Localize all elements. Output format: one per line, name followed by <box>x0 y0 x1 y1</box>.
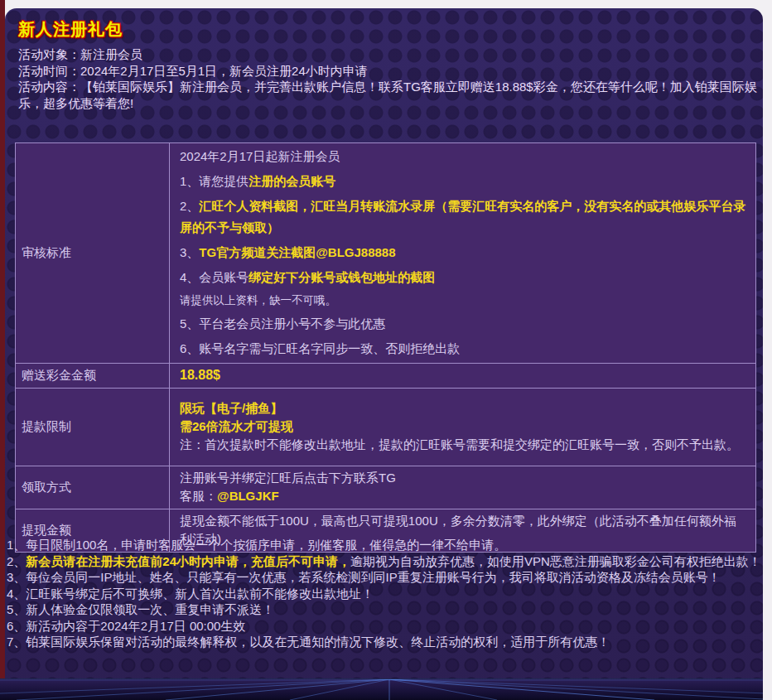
row-content: 18.88$ <box>170 364 756 389</box>
text-line: 5、新人体验金仅限领取一次、重复申请不派送！ <box>7 601 763 618</box>
intro-line-content: 活动内容：【铂莱国际娱乐】新注册会员，并完善出款账户信息！联系TG客服立即赠送1… <box>18 79 760 111</box>
text-segment: TG官方频道 <box>199 245 266 259</box>
promo-table: 审核标准2024年2月17日起新注册会员1、请您提供注册的会员账号2、汇旺个人资… <box>15 142 756 553</box>
text-line: 2、新会员请在注册未充值前24小时内申请，充值后不可申请，逾期视为自动放弃优惠，… <box>7 553 763 570</box>
text-segment: 注册的会员账号 <box>248 174 335 188</box>
text-segment: 7、铂莱国际娱乐保留对活动的最终解释权，以及在无通知的情况下修改、终止活动的权利… <box>7 635 610 649</box>
row-content: 限玩【电子/捕鱼】需26倍流水才可提现注：首次提款时不能修改出款地址，提款的汇旺… <box>170 389 756 466</box>
text-line: 请提供以上资料，缺一不可哦。 <box>180 292 747 310</box>
text-segment: 客服： <box>180 489 217 503</box>
telegram-channel-handle[interactable]: @BLGJ88888 <box>316 245 395 259</box>
text-segment: 关注截图 <box>266 245 316 259</box>
text-segment: 需26倍流水才可提现 <box>180 419 293 433</box>
text-line: 1、每日限制100名，申请时客服会一个个按循序申请，别催客服，催得急的一律不给申… <box>7 537 763 553</box>
text-segment: 请提供以上资料，缺一不可哦。 <box>180 294 336 307</box>
text-segment: 2、 <box>180 199 199 213</box>
text-line: 3、TG官方频道关注截图@BLGJ88888 <box>180 242 747 263</box>
text-line: 2、汇旺个人资料截图，汇旺当月转账流水录屏（需要汇旺有实名的客户，没有实名的或其… <box>180 196 747 239</box>
text-segment: 注册账号并绑定汇旺后点击下方联系TG <box>180 471 396 485</box>
row-content: 2024年2月17日起新注册会员1、请您提供注册的会员账号2、汇旺个人资料截图，… <box>170 143 756 364</box>
table-row: 审核标准2024年2月17日起新注册会员1、请您提供注册的会员账号2、汇旺个人资… <box>16 143 756 364</box>
text-line: 限玩【电子/捕鱼】 <box>180 399 747 418</box>
telegram-support-handle[interactable]: @BLGJKF <box>217 489 279 503</box>
text-segment: 3、每位会员同一IP地址、姓名、只能享有一次优惠，若系统检测到同IP重复注册账号… <box>7 570 721 584</box>
text-segment: 绑定好下分账号或钱包地址的截图 <box>248 270 435 284</box>
table-row: 提款限制限玩【电子/捕鱼】需26倍流水才可提现注：首次提款时不能修改出款地址，提… <box>16 389 756 466</box>
text-segment: 限玩【电子/捕鱼】 <box>180 401 282 415</box>
text-segment: 1、请您提供 <box>180 174 248 188</box>
table-row: 领取方式注册账号并绑定汇旺后点击下方联系TG客服：@BLGJKF <box>16 466 756 509</box>
text-segment: 18.88$ <box>180 368 220 382</box>
text-segment: 逾期视为自动放弃优惠，如使用VPN恶意注册骗取彩金公司有权拒绝出款！ <box>350 554 761 568</box>
text-segment: 2、 <box>7 554 26 568</box>
promo-panel: 新人注册礼包 活动对象：新注册会员 活动时间：2024年2月17日至5月1日，新… <box>5 8 763 700</box>
text-segment: 4、汇旺账号绑定后不可换绑、新人首次出款前不能修改出款地址！ <box>7 587 374 601</box>
row-label: 提款限制 <box>16 389 170 466</box>
text-line: 1、请您提供注册的会员账号 <box>180 171 747 192</box>
intro-line-time: 活动时间：2024年2月17日至5月1日，新会员注册24小时内申请 <box>18 63 760 80</box>
text-line: 3、每位会员同一IP地址、姓名、只能享有一次优惠，若系统检测到同IP重复注册账号… <box>7 569 763 586</box>
text-segment: 汇旺个人资料截图，汇旺当月转账流水录屏（需要汇旺有实名的客户，没有实名的或其他娱… <box>180 199 745 234</box>
text-line: 注册账号并绑定汇旺后点击下方联系TG <box>180 469 747 487</box>
intro-line-audience: 活动对象：新注册会员 <box>18 46 760 63</box>
row-label: 审核标准 <box>16 143 170 364</box>
page-title: 新人注册礼包 <box>18 18 123 41</box>
row-label: 领取方式 <box>16 466 170 509</box>
text-line: 客服：@BLGJKF <box>180 487 747 505</box>
text-line: 7、铂莱国际娱乐保留对活动的最终解释权，以及在无通知的情况下修改、终止活动的权利… <box>7 634 763 650</box>
text-line: 5、平台老会员注册小号不参与此优惠 <box>180 313 747 335</box>
text-segment: 5、平台老会员注册小号不参与此优惠 <box>180 316 385 331</box>
text-segment: 4、会员账号 <box>180 270 248 284</box>
text-segment: 6、新活动内容于2024年2月17日 00:00生效 <box>7 619 245 633</box>
text-line: 2024年2月17日起新注册会员 <box>180 146 747 167</box>
row-label: 赠送彩金金额 <box>16 364 170 389</box>
text-segment: 1、每日限制100名，申请时客服会一个个按循序申请，别催客服，催得急的一律不给申… <box>7 538 506 552</box>
text-line: 4、会员账号绑定好下分账号或钱包地址的截图 <box>180 267 747 288</box>
footer-grid-graphic <box>0 678 763 700</box>
text-segment: 5、新人体验金仅限领取一次、重复申请不派送！ <box>7 602 274 616</box>
text-segment: 注：首次提款时不能修改出款地址，提款的汇旺账号需要和提交绑定的汇旺账号一致，否则… <box>180 437 739 451</box>
table-row: 赠送彩金金额18.88$ <box>16 364 756 389</box>
text-segment: 新会员请在注册未充值前24小时内申请，充值后不可申请， <box>26 554 350 568</box>
text-segment: 6、账号名字需与汇旺名字同步一致、否则拒绝出款 <box>180 341 460 355</box>
promo-table-body: 审核标准2024年2月17日起新注册会员1、请您提供注册的会员账号2、汇旺个人资… <box>16 143 756 553</box>
perspective-grid-lines <box>0 679 763 700</box>
row-content: 注册账号并绑定汇旺后点击下方联系TG客服：@BLGJKF <box>170 466 756 509</box>
text-line: 18.88$ <box>180 366 747 384</box>
text-line: 4、汇旺账号绑定后不可换绑、新人首次出款前不能修改出款地址！ <box>7 586 763 602</box>
intro-section: 活动对象：新注册会员 活动时间：2024年2月17日至5月1日，新会员注册24小… <box>18 46 760 111</box>
text-segment: 3、 <box>180 245 199 259</box>
text-line: 注：首次提款时不能修改出款地址，提款的汇旺账号需要和提交绑定的汇旺账号一致，否则… <box>180 436 747 454</box>
text-line: 6、账号名字需与汇旺名字同步一致、否则拒绝出款 <box>180 338 747 360</box>
text-segment: 2024年2月17日起新注册会员 <box>180 149 340 163</box>
rules-list: 1、每日限制100名，申请时客服会一个个按循序申请，别催客服，催得急的一律不给申… <box>7 537 763 650</box>
text-line: 6、新活动内容于2024年2月17日 00:00生效 <box>7 618 763 635</box>
text-line: 需26倍流水才可提现 <box>180 418 747 436</box>
